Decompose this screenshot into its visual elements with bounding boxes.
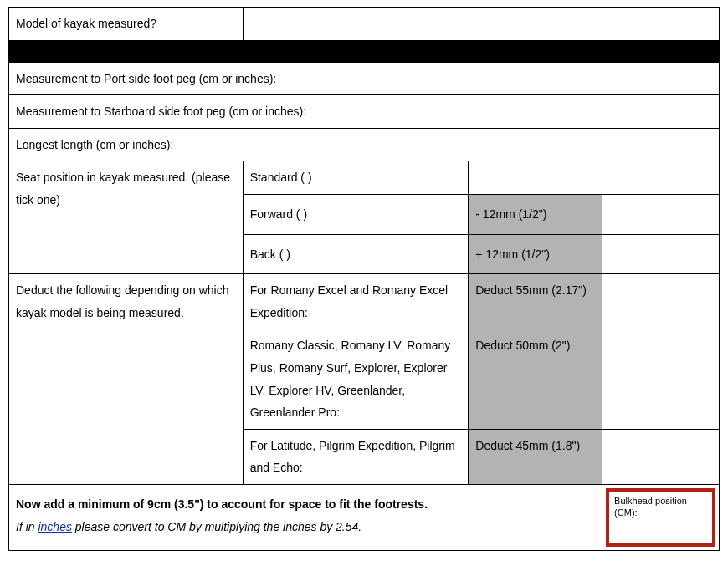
seat-label: Seat position in kayak measured. (please…	[9, 161, 244, 274]
deduct-group2-models: Romany Classic, Romany LV, Romany Plus, …	[243, 329, 469, 429]
seat-back-adjust: + 12mm (1/2")	[469, 234, 602, 274]
deduct-label: Deduct the following depending on which …	[9, 274, 244, 485]
starboard-value-field[interactable]	[602, 95, 720, 129]
deduct-group1-amount: Deduct 55mm (2.17")	[469, 274, 602, 329]
row-longest: Longest length (cm or inches):	[9, 128, 720, 161]
row-footrest: Now add a minimum of 9cm (3.5") to accou…	[9, 484, 720, 550]
seat-back-option[interactable]: Back ( )	[243, 234, 469, 274]
row-starboard: Measurement to Starboard side foot peg (…	[9, 95, 720, 129]
model-value-field[interactable]	[243, 8, 719, 41]
seat-forward-adjust: - 12mm (1/2")	[469, 194, 602, 234]
deduct-group1-value[interactable]	[602, 274, 720, 329]
port-label: Measurement to Port side foot peg (cm or…	[9, 62, 602, 95]
deduct-group1-models: For Romany Excel and Romany Excel Expedi…	[243, 274, 469, 329]
row-port: Measurement to Port side foot peg (cm or…	[9, 62, 720, 95]
row-deduct-group1: Deduct the following depending on which …	[9, 274, 720, 329]
port-value-field[interactable]	[602, 62, 720, 95]
seat-forward-value[interactable]	[602, 194, 720, 234]
black-banner	[9, 40, 720, 62]
seat-standard-option[interactable]: Standard ( )	[243, 161, 469, 195]
seat-standard-adjust	[469, 161, 602, 195]
deduct-group3-value[interactable]	[602, 429, 720, 484]
bulkhead-result-label: Bulkhead position (CM):	[614, 496, 687, 518]
longest-value-field[interactable]	[602, 128, 720, 161]
footrest-line2: If in inches please convert to CM by mul…	[16, 520, 361, 533]
row-model-question: Model of kayak measured?	[9, 8, 720, 41]
seat-back-value[interactable]	[602, 234, 720, 274]
bulkhead-result-box[interactable]: Bulkhead position (CM):	[606, 488, 715, 547]
deduct-group2-amount: Deduct 50mm (2")	[469, 329, 602, 429]
seat-forward-option[interactable]: Forward ( )	[243, 194, 469, 234]
deduct-group3-amount: Deduct 45mm (1.8")	[469, 429, 602, 484]
kayak-measurement-table: Model of kayak measured? Measurement to …	[8, 7, 720, 551]
row-seat-standard: Seat position in kayak measured. (please…	[9, 161, 720, 195]
deduct-group2-value[interactable]	[602, 329, 720, 429]
seat-standard-value[interactable]	[602, 161, 720, 195]
deduct-group3-models: For Latitude, Pilgrim Expedition, Pilgri…	[243, 429, 469, 484]
model-label: Model of kayak measured?	[9, 8, 244, 41]
inches-word: inches	[38, 520, 71, 533]
longest-label: Longest length (cm or inches):	[9, 128, 602, 161]
starboard-label: Measurement to Starboard side foot peg (…	[9, 95, 602, 129]
footrest-line1: Now add a minimum of 9cm (3.5") to accou…	[16, 497, 428, 511]
